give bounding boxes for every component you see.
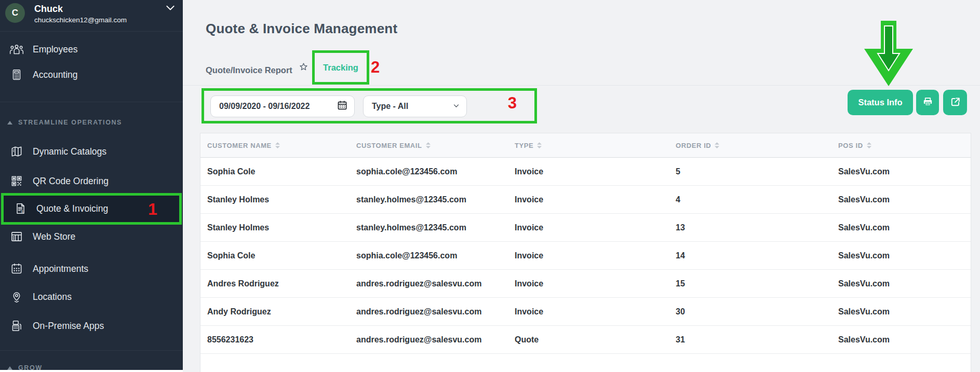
cell-customer-email: stanley.holmes@12345.com xyxy=(356,214,466,241)
calendar-icon xyxy=(337,100,348,113)
sidebar-item-locations[interactable]: Locations xyxy=(0,285,183,309)
chevron-down-icon xyxy=(452,102,460,112)
collapse-triangle-icon xyxy=(7,121,12,125)
sidebar-item-label: Accounting xyxy=(33,70,78,80)
cell-customer-name: Stanley Holmes xyxy=(207,214,269,241)
annotation-number-3: 3 xyxy=(508,94,517,113)
type-filter-select[interactable]: Type - All xyxy=(363,95,467,117)
page-title: Quote & Invoice Management xyxy=(206,21,397,37)
employees-icon xyxy=(7,43,26,56)
cell-pos-id: SalesVu.com xyxy=(838,326,890,353)
sidebar: C Chuck chuckschicken12@gmail.com Employ… xyxy=(0,0,183,370)
cell-type: Quote xyxy=(515,326,539,353)
cell-order-id: 30 xyxy=(676,298,685,325)
sort-icon xyxy=(537,142,542,149)
date-range-input[interactable]: 09/09/2020 - 09/16/2022 xyxy=(210,95,355,117)
cell-type: Invoice xyxy=(515,158,543,185)
cell-type: Invoice xyxy=(515,214,543,241)
table-row[interactable]: Andy Rodriguez andres.rodriguez@salesvu.… xyxy=(200,298,971,326)
table-row[interactable]: Stanley Holmes stanley.holmes@12345.com … xyxy=(200,186,971,214)
divider xyxy=(0,31,183,32)
user-email: chuckschicken12@gmail.com xyxy=(34,16,127,24)
column-header-order-id[interactable]: ORDER ID xyxy=(676,133,719,157)
cell-type: Invoice xyxy=(515,242,543,269)
divider xyxy=(0,102,183,102)
cell-customer-email: andres.rodriguez@salesvu.com xyxy=(356,270,481,297)
tab-tracking[interactable]: Tracking xyxy=(323,63,358,73)
sidebar-item-quote-and-invoicing[interactable]: $ Quote & Invoicing 1 xyxy=(4,197,179,221)
export-button[interactable] xyxy=(943,90,967,115)
cell-pos-id: SalesVu.com xyxy=(838,186,890,213)
sort-icon xyxy=(275,142,280,149)
star-icon[interactable] xyxy=(298,62,309,75)
cell-type: Invoice xyxy=(515,270,543,297)
annotation-box-1: $ Quote & Invoicing 1 xyxy=(1,193,182,225)
cell-customer-email: andres.rodriguez@salesvu.com xyxy=(356,326,481,353)
cell-pos-id: SalesVu.com xyxy=(838,214,890,241)
sidebar-item-qr-code-ordering[interactable]: QR Code Ordering xyxy=(0,169,183,193)
column-header-customer-name[interactable]: CUSTOMER NAME xyxy=(207,133,280,157)
table-header-row: CUSTOMER NAME CUSTOMER EMAIL TYPE ORDER … xyxy=(200,133,971,158)
sidebar-item-label: Locations xyxy=(33,292,72,302)
cell-customer-email: stanley.holmes@12345.com xyxy=(356,186,466,213)
sidebar-item-employees[interactable]: Employees xyxy=(0,37,183,61)
collapse-triangle-icon xyxy=(7,366,12,370)
dynamic-catalogs-icon xyxy=(7,145,26,158)
web-store-icon xyxy=(7,230,26,243)
print-button[interactable] xyxy=(916,90,939,115)
column-header-type[interactable]: TYPE xyxy=(515,133,542,157)
qr-code-icon xyxy=(7,174,26,188)
sidebar-item-label: Quote & Invoicing xyxy=(36,203,108,214)
cell-order-id: 14 xyxy=(676,242,685,269)
table-row[interactable]: Sophia Cole sophia.cole@123456.com Invoi… xyxy=(200,242,971,270)
sidebar-item-accounting[interactable]: Accounting xyxy=(0,63,183,87)
sidebar-item-dynamic-catalogs[interactable]: Dynamic Catalogs xyxy=(0,140,183,163)
cell-pos-id: SalesVu.com xyxy=(838,158,890,185)
cell-customer-name: Sophia Cole xyxy=(207,158,255,185)
sidebar-item-on-premise-apps[interactable]: On-Premise Apps xyxy=(0,314,183,338)
cell-order-id: 4 xyxy=(676,186,680,213)
annotation-arrow-down xyxy=(864,21,913,89)
avatar: C xyxy=(5,3,25,23)
cell-pos-id: SalesVu.com xyxy=(838,270,890,297)
sidebar-item-label: Web Store xyxy=(33,231,75,242)
annotation-number-1: 1 xyxy=(148,200,157,219)
status-info-button[interactable]: Status Info xyxy=(848,90,913,115)
cell-customer-name: Sophia Cole xyxy=(207,242,255,269)
cell-customer-email: sophia.cole@123456.com xyxy=(356,242,457,269)
sidebar-section-grow[interactable]: GROW xyxy=(7,364,43,370)
cell-type: Invoice xyxy=(515,186,543,213)
cell-customer-name: 8556231623 xyxy=(207,326,253,353)
cell-type: Invoice xyxy=(515,298,543,325)
annotation-number-2: 2 xyxy=(371,58,380,77)
table-row[interactable]: Sophia Cole sophia.cole@123456.com Invoi… xyxy=(200,158,971,186)
column-header-pos-id[interactable]: POS ID xyxy=(838,133,871,157)
cell-order-id: 31 xyxy=(676,326,685,353)
chevron-down-icon[interactable] xyxy=(165,4,176,15)
sidebar-section-streamline-operations[interactable]: STREAMLINE OPERATIONS xyxy=(7,119,122,126)
sort-icon xyxy=(867,142,871,149)
sort-icon xyxy=(715,142,719,149)
cell-order-id: 5 xyxy=(676,158,680,185)
table-row[interactable]: Andres Rodriguez andres.rodriguez@salesv… xyxy=(200,270,971,298)
date-range-value: 09/09/2020 - 09/16/2022 xyxy=(219,102,337,111)
sidebar-item-label: Employees xyxy=(33,44,78,55)
export-share-icon xyxy=(949,96,961,109)
user-account-block[interactable]: C Chuck chuckschicken12@gmail.com xyxy=(0,0,183,31)
cell-order-id: 13 xyxy=(676,214,685,241)
table-row[interactable]: Stanley Holmes stanley.holmes@12345.com … xyxy=(200,214,971,242)
printer-icon xyxy=(922,96,934,109)
cell-order-id: 15 xyxy=(676,270,685,297)
sidebar-item-web-store[interactable]: Web Store xyxy=(0,225,183,249)
column-header-customer-email[interactable]: CUSTOMER EMAIL xyxy=(356,133,431,157)
quote-invoicing-icon: $ xyxy=(11,202,30,215)
accounting-icon xyxy=(7,68,26,81)
sidebar-item-appointments[interactable]: Appointments xyxy=(0,257,183,281)
tab-quote-invoice-report[interactable]: Quote/Invoice Report xyxy=(206,65,292,75)
sidebar-item-label: Dynamic Catalogs xyxy=(33,146,106,157)
tracking-table: CUSTOMER NAME CUSTOMER EMAIL TYPE ORDER … xyxy=(200,133,971,372)
sort-icon xyxy=(426,142,431,149)
table-row[interactable]: 8556231623 andres.rodriguez@salesvu.com … xyxy=(200,326,971,354)
appointments-icon xyxy=(7,262,26,275)
location-pin-icon xyxy=(7,290,26,304)
